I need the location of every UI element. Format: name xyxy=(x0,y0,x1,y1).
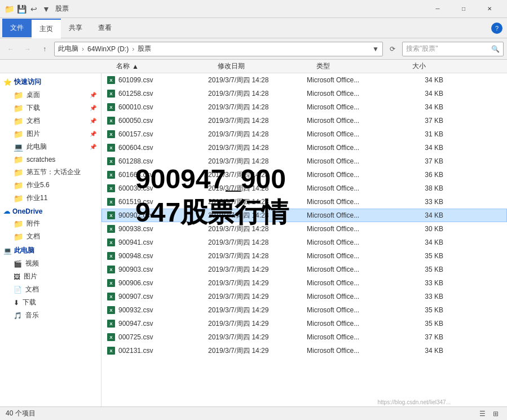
file-size: 35 KB xyxy=(403,266,448,273)
table-row[interactable]: X 600157.csv 2019/3/7/周四 14:28 Microsoft… xyxy=(102,127,507,141)
table-row[interactable]: X 000725.csv 2019/3/7/周四 14:29 Microsoft… xyxy=(102,330,507,344)
table-row[interactable]: X 900947.csv 2019/3/7/周四 14:29 Microsoft… xyxy=(102,317,507,330)
folder-icon: 📁 xyxy=(14,232,23,241)
excel-icon: X xyxy=(107,238,115,246)
tab-file[interactable]: 文件 xyxy=(2,19,32,37)
file-type: Microsoft Office... xyxy=(307,76,403,84)
save-icon[interactable]: 💾 xyxy=(17,5,26,14)
sidebar-item-downloads[interactable]: 📁 下载 📌 xyxy=(0,101,101,114)
file-type: Microsoft Office... xyxy=(307,90,403,98)
file-size: 37 KB xyxy=(403,333,448,341)
table-row[interactable]: X 600604.csv 2019/3/7/周四 14:28 Microsoft… xyxy=(102,141,507,154)
table-row[interactable]: X 600050.csv 2019/3/7/周四 14:28 Microsoft… xyxy=(102,114,507,127)
title-bar: 📁 💾 ↩ ▼ 股票 ─ □ ✕ xyxy=(0,0,507,18)
minimize-button[interactable]: ─ xyxy=(425,0,451,18)
file-type: Microsoft Office... xyxy=(307,347,403,355)
file-size: 30 KB xyxy=(403,225,448,233)
table-row[interactable]: X 002131.csv 2019/3/7/周四 14:29 Microsoft… xyxy=(102,344,507,357)
file-date: 2019/3/7/周四 14:28 xyxy=(208,224,307,234)
table-row[interactable]: X 600010.csv 2019/3/7/周四 14:28 Microsoft… xyxy=(102,100,507,114)
thispc-header[interactable]: 💻 此电脑 xyxy=(0,244,101,257)
back-button[interactable]: ← xyxy=(3,42,18,56)
tab-home[interactable]: 主页 xyxy=(32,19,61,38)
onedrive-section: ☁ OneDrive 📁 附件 📁 文档 xyxy=(0,206,101,243)
table-row[interactable]: X 900903.csv 2019/3/7/周四 14:29 Microsoft… xyxy=(102,263,507,276)
undo-icon[interactable]: ↩ xyxy=(29,5,38,14)
table-row[interactable]: X 601258.csv 2019/3/7/周四 14:28 Microsoft… xyxy=(102,87,507,100)
quick-access-header[interactable]: ⭐ 快速访问 xyxy=(0,76,101,89)
excel-icon: X xyxy=(107,117,115,125)
file-size: 35 KB xyxy=(403,252,448,260)
sidebar-item-chapter5[interactable]: 📁 第五节：大话企业 xyxy=(0,166,101,179)
file-type: Microsoft Office... xyxy=(307,306,403,314)
sidebar-item-music[interactable]: 🎵 音乐 xyxy=(0,309,101,322)
close-button[interactable]: ✕ xyxy=(477,0,502,18)
table-row[interactable]: X 900902.csv 2019/3/7/周四 14:28 Microsoft… xyxy=(102,209,507,222)
address-dropdown-icon[interactable]: ▼ xyxy=(372,45,379,53)
excel-icon: X xyxy=(107,252,115,260)
sidebar-item-scratches[interactable]: 📁 scratches xyxy=(0,153,101,166)
excel-icon: X xyxy=(107,198,115,206)
table-row[interactable]: X 600030.csv 2019/3/7/周四 14:28 Microsoft… xyxy=(102,182,507,195)
sidebar-item-documents[interactable]: 📁 文档 📌 xyxy=(0,114,101,127)
table-row[interactable]: X 601668.csv 2019/3/7/周四 14:28 Microsoft… xyxy=(102,168,507,182)
table-row[interactable]: X 900941.csv 2019/3/7/周四 14:28 Microsoft… xyxy=(102,236,507,249)
file-name: 900902.csv xyxy=(118,211,153,219)
table-row[interactable]: X 900932.csv 2019/3/7/周四 14:29 Microsoft… xyxy=(102,303,507,317)
onedrive-header[interactable]: ☁ OneDrive xyxy=(0,206,101,217)
file-date: 2019/3/7/周四 14:28 xyxy=(208,184,307,193)
file-name: 600010.csv xyxy=(118,103,153,111)
tab-share[interactable]: 共享 xyxy=(61,19,90,37)
table-row[interactable]: X 900907.csv 2019/3/7/周四 14:29 Microsoft… xyxy=(102,290,507,303)
sidebar-item-od-documents[interactable]: 📁 文档 xyxy=(0,230,101,243)
sidebar-item-video[interactable]: 🎬 视频 xyxy=(0,257,101,270)
details-view-button[interactable]: ☰ xyxy=(477,408,488,419)
file-date: 2019/3/7/周四 14:29 xyxy=(208,319,307,329)
sidebar-item-pc-downloads[interactable]: ⬇ 下载 xyxy=(0,296,101,309)
col-header-name[interactable]: 名称 ▲ xyxy=(112,61,213,71)
help-icon[interactable]: ? xyxy=(491,23,502,34)
file-type: Microsoft Office... xyxy=(307,130,403,138)
excel-icon: X xyxy=(107,320,115,328)
sort-icon-name: ▲ xyxy=(132,63,139,70)
file-list: X 601099.csv 2019/3/7/周四 14:28 Microsoft… xyxy=(102,73,507,406)
table-row[interactable]: X 601288.csv 2019/3/7/周四 14:28 Microsoft… xyxy=(102,154,507,168)
sidebar-item-attachments[interactable]: 📁 附件 xyxy=(0,217,101,230)
search-icon[interactable]: 🔍 xyxy=(491,45,500,53)
table-row[interactable]: X 900948.csv 2019/3/7/周四 14:28 Microsoft… xyxy=(102,249,507,263)
col-header-size[interactable]: 大小 xyxy=(408,61,453,71)
file-date: 2019/3/7/周四 14:29 xyxy=(208,346,307,356)
sidebar-item-desktop[interactable]: 📁 桌面 📌 xyxy=(0,89,101,101)
file-type: Microsoft Office... xyxy=(307,144,403,152)
sidebar-item-pc-pictures[interactable]: 🖼 图片 xyxy=(0,270,101,283)
window-controls: ─ □ ✕ xyxy=(425,0,502,18)
refresh-button[interactable]: ⟳ xyxy=(385,42,400,56)
large-icons-view-button[interactable]: ⊞ xyxy=(490,408,501,419)
maximize-button[interactable]: □ xyxy=(451,0,477,18)
address-box[interactable]: 此电脑 › 64WinXP (D:) › 股票 ▼ xyxy=(54,42,383,56)
sidebar-item-hw11[interactable]: 📁 作业11 xyxy=(0,192,101,205)
excel-icon: X xyxy=(107,157,115,165)
excel-icon: X xyxy=(107,293,115,300)
excel-icon: X xyxy=(107,76,115,84)
video-icon: 🎬 xyxy=(14,260,22,268)
sidebar-item-pc-documents[interactable]: 📄 文档 xyxy=(0,283,101,296)
dropdown-arrow-icon[interactable]: ▼ xyxy=(42,5,51,14)
sidebar-item-thispc[interactable]: 💻 此电脑 📌 xyxy=(0,140,101,153)
table-row[interactable]: X 601519.csv 2019/3/7/周四 14:28 Microsoft… xyxy=(102,195,507,209)
sidebar-item-hw56[interactable]: 📁 作业5.6 xyxy=(0,179,101,192)
col-header-type[interactable]: 类型 xyxy=(312,61,408,71)
file-name: 600157.csv xyxy=(118,130,153,138)
excel-icon: X xyxy=(107,225,115,233)
table-row[interactable]: X 601099.csv 2019/3/7/周四 14:28 Microsoft… xyxy=(102,73,507,87)
table-row[interactable]: X 900938.csv 2019/3/7/周四 14:28 Microsoft… xyxy=(102,222,507,236)
up-button[interactable]: ↑ xyxy=(37,42,52,56)
search-box[interactable]: 搜索"股票" 🔍 xyxy=(402,42,504,56)
forward-button[interactable]: → xyxy=(20,42,35,56)
col-header-date[interactable]: 修改日期 xyxy=(213,61,312,71)
table-row[interactable]: X 900906.csv 2019/3/7/周四 14:29 Microsoft… xyxy=(102,276,507,290)
tab-view[interactable]: 查看 xyxy=(90,19,120,37)
file-name: 601519.csv xyxy=(118,198,153,206)
sidebar-item-pictures[interactable]: 📁 图片 📌 xyxy=(0,127,101,140)
file-size: 31 KB xyxy=(403,130,448,138)
